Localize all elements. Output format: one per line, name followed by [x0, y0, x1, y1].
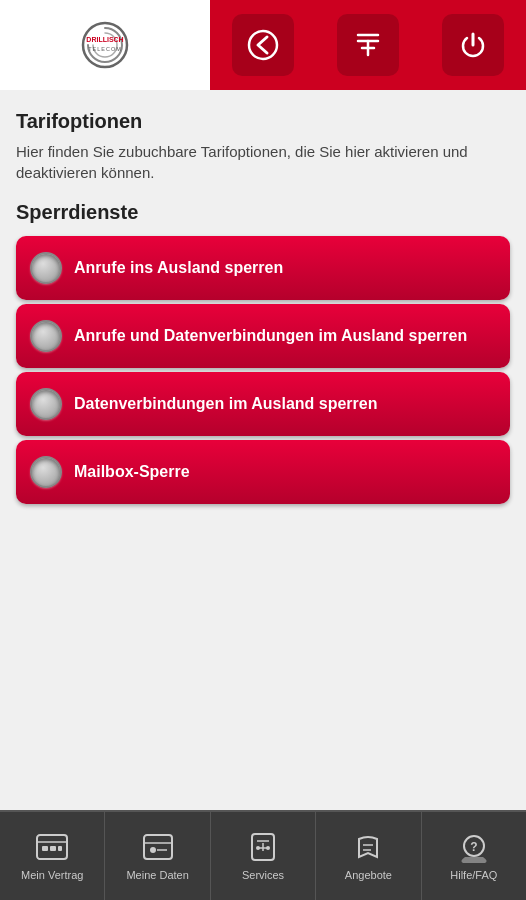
service-label-4: Mailbox-Sperre	[74, 462, 190, 483]
power-icon	[455, 27, 491, 63]
svg-point-3	[249, 31, 277, 59]
svg-rect-12	[58, 846, 62, 851]
bottom-nav: Mein VertragMeine DatenServicesAngebote?…	[0, 810, 526, 900]
nav-meine-daten-label: Meine Daten	[126, 869, 188, 882]
nav-angebote-icon	[348, 829, 388, 865]
header: DRILLISCH TELECOM	[0, 0, 526, 90]
power-button[interactable]	[442, 14, 504, 76]
nav-meine-daten-icon	[138, 829, 178, 865]
main-content: Tarifoptionen Hier finden Sie zubuchbare…	[0, 90, 526, 810]
svg-point-15	[150, 847, 156, 853]
svg-rect-11	[50, 846, 56, 851]
service-label-1: Anrufe ins Ausland sperren	[74, 258, 283, 279]
nav-services-label: Services	[242, 869, 284, 882]
svg-point-0	[83, 23, 127, 67]
service-item-1[interactable]: Anrufe ins Ausland sperren	[16, 236, 510, 300]
toggle-button-1[interactable]	[30, 252, 62, 284]
nav-hilfe-label: Hilfe/FAQ	[450, 869, 497, 882]
brand-logo-icon: DRILLISCH TELECOM	[70, 20, 140, 70]
toggle-button-2[interactable]	[30, 320, 62, 352]
svg-text:?: ?	[470, 840, 477, 854]
toggle-button-3[interactable]	[30, 388, 62, 420]
back-icon	[245, 27, 281, 63]
nav-hilfe-icon: ?	[454, 829, 494, 865]
nav-mein-vertrag[interactable]: Mein Vertrag	[0, 812, 105, 900]
back-button[interactable]	[232, 14, 294, 76]
logo-area: DRILLISCH TELECOM	[0, 0, 210, 90]
service-item-4[interactable]: Mailbox-Sperre	[16, 440, 510, 504]
service-list: Anrufe ins Ausland sperrenAnrufe und Dat…	[16, 236, 510, 504]
nav-angebote[interactable]: Angebote	[316, 812, 421, 900]
nav-angebote-label: Angebote	[345, 869, 392, 882]
service-item-3[interactable]: Datenverbindungen im Ausland sperren	[16, 372, 510, 436]
page-description: Hier finden Sie zubuchbare Tarifoptionen…	[16, 141, 510, 183]
page-title: Tarifoptionen	[16, 110, 510, 133]
nav-mein-vertrag-icon	[32, 829, 72, 865]
svg-text:DRILLISCH: DRILLISCH	[86, 36, 123, 43]
header-nav	[210, 0, 526, 90]
nav-hilfe[interactable]: ?Hilfe/FAQ	[422, 812, 526, 900]
menu-button[interactable]	[337, 14, 399, 76]
menu-icon	[350, 27, 386, 63]
nav-services[interactable]: Services	[211, 812, 316, 900]
service-label-2: Anrufe und Datenverbindungen im Ausland …	[74, 326, 467, 347]
toggle-button-4[interactable]	[30, 456, 62, 488]
service-item-2[interactable]: Anrufe und Datenverbindungen im Ausland …	[16, 304, 510, 368]
sperrdienste-title: Sperrdienste	[16, 201, 510, 224]
nav-mein-vertrag-label: Mein Vertrag	[21, 869, 83, 882]
svg-text:TELECOM: TELECOM	[88, 46, 122, 52]
nav-services-icon	[243, 829, 283, 865]
svg-rect-13	[144, 835, 172, 859]
svg-rect-10	[42, 846, 48, 851]
nav-meine-daten[interactable]: Meine Daten	[105, 812, 210, 900]
service-label-3: Datenverbindungen im Ausland sperren	[74, 394, 377, 415]
